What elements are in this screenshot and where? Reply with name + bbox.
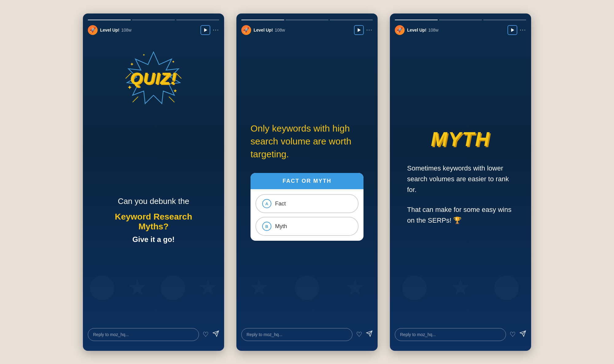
reply-input-2[interactable]: Reply to moz_hq... [241, 328, 352, 341]
story1-body: Can you debunk the Keyword Research Myth… [88, 115, 219, 324]
svg-line-9 [169, 97, 174, 102]
avatar-1: 🚀 [88, 25, 98, 35]
story3-body: MYTH Sometimes keywords with lower searc… [395, 39, 526, 324]
more-button-2[interactable]: ··· [366, 27, 373, 33]
option-b-circle: B [262, 222, 271, 231]
reply-input-3[interactable]: Reply to moz_hq... [395, 328, 506, 341]
option-a[interactable]: A Fact [255, 194, 359, 213]
myth-title: MYTH [407, 128, 514, 151]
share-icon-2[interactable] [366, 330, 373, 339]
more-button-3[interactable]: ··· [520, 27, 526, 33]
story-header-3: 🚀 Level Up! 108w ··· [395, 23, 526, 39]
story3-text-1: Sometimes keywords with lower search vol… [407, 163, 514, 195]
like-icon-1[interactable]: ♡ [203, 331, 209, 339]
like-icon-2[interactable]: ♡ [356, 331, 362, 339]
reply-input-1[interactable]: Reply to moz_hq... [88, 328, 199, 341]
svg-text:✦: ✦ [172, 59, 175, 64]
play-button-1[interactable] [200, 25, 210, 35]
like-icon-3[interactable]: ♡ [510, 331, 516, 339]
option-a-circle: A [262, 199, 271, 208]
account-name-3: Level Up! [407, 28, 426, 33]
story2-question: Only keywords with high search volume ar… [251, 122, 363, 161]
account-name-2: Level Up! [254, 28, 273, 33]
story2-body: Only keywords with high search volume ar… [241, 39, 373, 324]
story3-text-2: That can make for some easy wins on the … [407, 204, 514, 226]
story-footer-3: Reply to moz_hq... ♡ [395, 324, 526, 346]
play-button-3[interactable] [507, 25, 517, 35]
story1-highlight: Keyword Research Myths? [115, 212, 192, 232]
fact-myth-options: A Fact B Myth [251, 189, 363, 241]
progress-bars-2 [241, 18, 373, 23]
story1-subtext: Give it a go! [132, 235, 174, 244]
avatar-3: 🚀 [395, 25, 405, 35]
play-button-2[interactable] [354, 25, 364, 35]
story-header-2: 🚀 Level Up! 108w ··· [241, 23, 373, 39]
story-card-1: 🚀 Level Up! 108w ··· [83, 13, 224, 351]
option-a-label: Fact [275, 201, 286, 207]
account-time-2: 108w [275, 28, 285, 33]
story-footer-2: Reply to moz_hq... ♡ [241, 324, 373, 346]
fact-myth-header: FACT OR MYTH [251, 173, 363, 189]
story-card-2: 🚀 Level Up! 108w ··· Only keywords with … [236, 13, 378, 351]
svg-text:★: ★ [173, 88, 177, 93]
quiz-word: QUIZ! [130, 69, 177, 88]
more-button-1[interactable]: ··· [213, 27, 219, 33]
story-card-3: 🚀 Level Up! 108w ··· MYTH Sometimes keyw… [390, 13, 531, 351]
svg-text:✦: ✦ [130, 61, 134, 67]
share-icon-3[interactable] [519, 330, 526, 339]
avatar-2: 🚀 [241, 25, 251, 35]
account-time-1: 108w [121, 28, 131, 33]
share-icon-1[interactable] [212, 330, 219, 339]
account-time-3: 108w [428, 28, 438, 33]
story-header-1: 🚀 Level Up! 108w ··· [88, 23, 219, 39]
option-b-label: Myth [275, 223, 287, 230]
fact-myth-box: FACT OR MYTH A Fact B Myth [251, 173, 363, 241]
progress-bars-1 [88, 18, 219, 23]
story1-intro-text: Can you debunk the [118, 196, 189, 207]
option-b[interactable]: B Myth [255, 217, 359, 236]
svg-line-8 [133, 97, 138, 102]
svg-text:✦: ✦ [142, 53, 145, 57]
account-name-1: Level Up! [100, 28, 119, 33]
story-footer-1: Reply to moz_hq... ♡ [88, 324, 219, 346]
progress-bars-3 [395, 18, 526, 23]
quiz-explosion: ✦ ✦ ✦ ★ ✦ QUIZ! [88, 45, 219, 112]
